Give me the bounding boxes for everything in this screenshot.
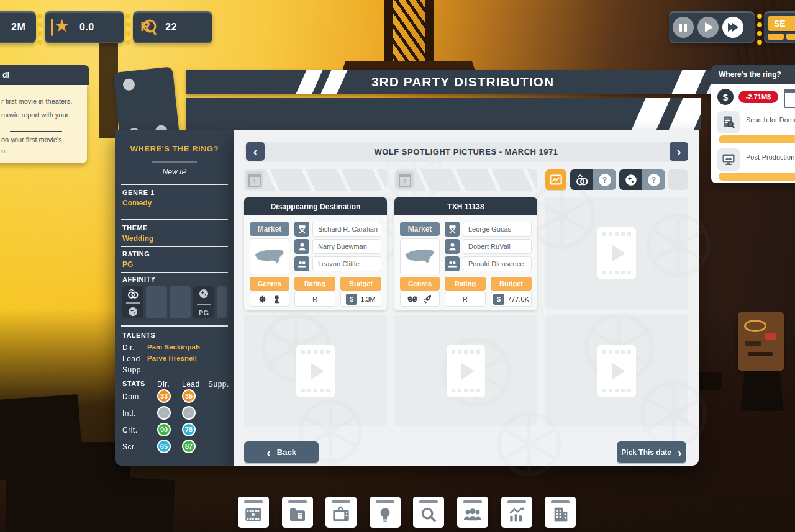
rating-value: PG <box>122 260 133 269</box>
slot-number: 1 <box>253 178 256 184</box>
hud-influence-value: 22 <box>165 22 177 33</box>
theme-value: Wedding <box>122 234 153 243</box>
pause-button[interactable] <box>673 17 694 38</box>
rating-box: R <box>294 292 335 307</box>
background-chair <box>740 371 784 411</box>
genre-comedy-masks-icon <box>407 294 418 305</box>
dollar-circle-icon: $ <box>717 89 734 105</box>
theme-icon-box <box>570 169 593 190</box>
stats-row-label: Intl. <box>122 409 136 418</box>
director-name: Sichard R. Carafian <box>312 222 381 237</box>
usa-map-icon <box>253 246 286 267</box>
toolbar-handle <box>332 500 350 503</box>
stat-badge-dom-lead: 35 <box>182 389 196 403</box>
notification-card[interactable]: r first movie in theaters. movie report … <box>0 85 87 163</box>
rating-header: Rating <box>445 277 486 291</box>
budget-value: 777.0K <box>507 295 529 303</box>
theme-affinity-chip[interactable]: ? <box>570 169 616 190</box>
notification-header: d! <box>0 65 89 85</box>
play-button[interactable] <box>697 17 719 38</box>
chevron-left-icon: ‹ <box>266 446 271 459</box>
genres-header: Genres <box>400 277 440 291</box>
genre-value: Comedy <box>122 199 152 207</box>
stat-badge-dom-dir: 33 <box>157 389 171 403</box>
quest-panel[interactable]: $ -2.71M$ Search for Dome Post-Productio… <box>711 84 795 183</box>
speed-segment[interactable] <box>768 34 784 40</box>
competitor-card[interactable]: TXH 11138 Market Leorge Gucas Dobert RuV… <box>394 197 537 310</box>
director-chair-icon <box>294 222 309 237</box>
question-icon: ? <box>599 174 611 186</box>
genres-box <box>250 292 289 307</box>
document-search-icon <box>721 115 736 130</box>
notification-line: n. <box>1 147 7 155</box>
chevron-left-icon: ‹ <box>253 145 258 159</box>
market-button[interactable]: Market <box>400 222 440 236</box>
slot-number: 2 <box>403 178 406 184</box>
rings-icon <box>127 287 139 300</box>
background-crate <box>92 476 176 532</box>
divider <box>152 161 197 163</box>
hud-prestige-value: 0.0 <box>80 22 94 33</box>
monitor-icon <box>721 152 736 167</box>
talent-name-lead[interactable]: Parve Hresnell <box>147 354 197 362</box>
movie-placeholder <box>597 345 636 397</box>
toolbar-stats-button[interactable] <box>501 497 532 528</box>
performance-filter-button[interactable] <box>545 169 566 190</box>
modal-title: 3RD PARTY DISTRIBUTION <box>186 74 739 89</box>
quest-panel-header: Where's the ring? <box>711 65 795 84</box>
stat-badge-crit-lead: 78 <box>182 423 196 436</box>
speed-button[interactable]: SE <box>768 16 795 31</box>
talents-label: TALENTS <box>122 331 155 339</box>
toolbar-movies-button[interactable] <box>238 497 269 528</box>
affinity-slot-empty[interactable] <box>146 286 167 318</box>
back-button[interactable]: ‹ Back <box>244 441 319 463</box>
empty-filter-chip[interactable] <box>668 169 688 190</box>
toolbar-handle <box>551 500 570 503</box>
people-icon <box>294 256 309 271</box>
next-period-button[interactable]: › <box>670 142 688 161</box>
clapper-stripe <box>667 98 701 130</box>
stat-badge-scr-dir: 65 <box>157 440 171 453</box>
talent-name-director[interactable]: Pam Seckinpah <box>147 343 200 351</box>
chip-hatch <box>244 169 387 191</box>
ip-type: New IP <box>115 168 234 176</box>
toolbar-studio-button[interactable] <box>545 497 576 528</box>
pick-button-label: Pick This date <box>621 448 671 457</box>
stat-badge-intl-dir: – <box>157 406 171 420</box>
toolbar-projects-button[interactable] <box>282 497 313 528</box>
affinity-slot-theme[interactable] <box>122 286 143 318</box>
genre-affinity-chip[interactable]: ? <box>619 169 665 190</box>
previous-period-button[interactable]: ‹ <box>246 142 265 161</box>
affinity-slot-empty[interactable] <box>217 286 227 318</box>
release-slot-chip-1[interactable]: 1 <box>244 169 387 191</box>
background-prop-board <box>738 312 784 371</box>
market-button[interactable]: Market <box>250 222 289 236</box>
fast-forward-button[interactable] <box>722 17 743 38</box>
affinity-label: AFFINITY <box>122 276 156 283</box>
stat-badge-scr-lead: 87 <box>182 440 196 453</box>
tv-icon <box>331 505 351 525</box>
affinity-slot-rating[interactable]: PG <box>193 286 214 318</box>
dollar-icon: $ <box>493 294 504 305</box>
chevron-right-icon: › <box>677 145 681 159</box>
competitor-card[interactable]: Disappearing Destination Market Sichard … <box>244 197 387 310</box>
people-icon <box>445 256 460 271</box>
notification-line: r first movie in theaters. <box>1 97 72 105</box>
notification-header-text: d! <box>2 71 9 79</box>
toolbar-tv-button[interactable] <box>325 497 357 528</box>
dollar-icon: $ <box>346 294 357 305</box>
clapper-top-board: 3RD PARTY DISTRIBUTION <box>186 70 739 94</box>
speed-segment[interactable] <box>786 34 795 40</box>
magnifier-icon <box>419 505 438 524</box>
release-slot-chip-2[interactable]: 2 <box>394 169 537 191</box>
genre-globe-icon <box>127 306 139 317</box>
toolbar-ideas-button[interactable] <box>370 497 401 528</box>
stats-label: STATS <box>122 380 145 387</box>
toolbar-staff-button[interactable] <box>457 497 488 528</box>
toolbar-search-button[interactable] <box>413 497 444 528</box>
affinity-slot-empty[interactable] <box>170 286 191 318</box>
ticket-perforation <box>37 14 42 45</box>
back-button-label: Back <box>277 448 296 457</box>
pick-date-button[interactable]: Pick This date › <box>617 441 686 463</box>
usa-map-icon <box>404 246 436 267</box>
